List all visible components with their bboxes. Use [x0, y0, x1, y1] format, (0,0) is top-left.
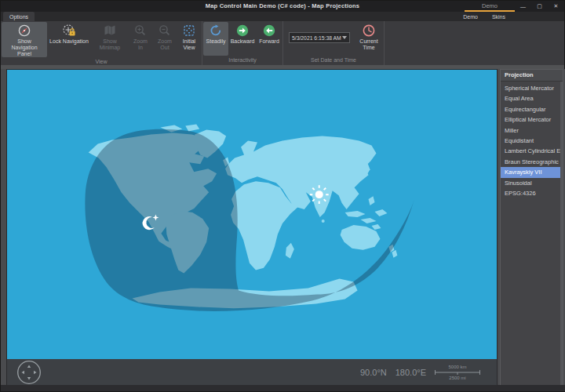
pan-navigation-control[interactable]	[16, 360, 42, 385]
projection-list-item[interactable]: Sinusoidal	[501, 178, 563, 188]
projection-list-item-selected[interactable]: Kavrayskiy VII	[501, 167, 563, 177]
island-sri-lanka	[322, 220, 325, 223]
window-bottom-edge	[1, 385, 565, 391]
button-label: Lock Navigation	[49, 38, 89, 45]
rotate-arrow-icon	[209, 24, 223, 38]
title-bar: Map Control Main Demo (C# code) - Map Pr…	[1, 1, 564, 12]
pan-down-arrow	[27, 377, 31, 380]
button-label: Show Navigation Panel	[4, 38, 45, 57]
button-label: Steadily	[206, 38, 226, 45]
tab-options[interactable]: Options	[3, 12, 35, 21]
steadily-button[interactable]: Steadily	[203, 22, 228, 56]
ribbon: Show Navigation Panel Lock Navigation	[1, 21, 564, 65]
latitude-readout: 90.0°N	[360, 368, 387, 377]
datetime-input[interactable]: 5/3/2021 6:15:38 AM	[289, 32, 350, 43]
longitude-readout: 180.0°E	[396, 368, 426, 377]
chevron-down-icon	[342, 36, 347, 39]
button-label: Backward	[231, 38, 255, 45]
initial-view-button[interactable]: Initial View	[177, 22, 201, 57]
projection-list-item[interactable]: Equidistant	[501, 136, 563, 146]
ribbon-group-interactivity: Steadily Backward Forw	[202, 21, 283, 65]
projection-list-item[interactable]: Elliptical Mercator	[501, 114, 563, 125]
backward-button[interactable]: Backward	[228, 22, 257, 56]
projection-list: Spherical Mercator Equal Area Equirectan…	[501, 82, 563, 198]
button-label: Current Time	[357, 38, 381, 51]
pan-left-arrow	[22, 371, 25, 374]
zoom-in-icon	[133, 24, 148, 38]
window-title: Map Control Main Demo (C# code) - Map Pr…	[1, 2, 564, 9]
projection-list-item[interactable]: Lambert Cylindrical Equal Area	[501, 146, 563, 156]
map-viewport[interactable]	[7, 70, 497, 359]
projection-list-item[interactable]: Spherical Mercator	[501, 83, 563, 93]
datetime-value: 5/3/2021 6:15:38 AM	[292, 35, 342, 41]
pan-right-arrow	[34, 371, 37, 374]
app-window: Map Control Main Demo (C# code) - Map Pr…	[0, 0, 565, 392]
projection-list-item[interactable]: EPSG:4326	[501, 188, 563, 198]
group-label-datetime: Set Date and Time	[283, 56, 384, 65]
map-footer: 90.0°N 180.0°E 5000 km 2500 mi	[7, 359, 497, 386]
lock-navigation-button[interactable]: Lock Navigation	[47, 22, 91, 57]
current-time-button[interactable]: Current Time	[355, 22, 383, 56]
projection-panel: Projection Spherical Mercator Equal Area…	[500, 69, 563, 387]
forward-button[interactable]: Forward	[257, 22, 282, 56]
compass-icon	[17, 24, 31, 38]
zoom-in-button: Zoom In	[129, 22, 152, 57]
scale-mi-label: 2500 mi	[449, 376, 465, 380]
scale-bar: 5000 km 2500 mi	[435, 365, 480, 380]
tab-skins[interactable]: Skins	[492, 14, 505, 21]
group-label-view: View	[1, 57, 202, 66]
ribbon-tab-row: Options Demo Skins	[1, 12, 564, 21]
projection-list-item[interactable]: Equirectangular	[501, 104, 563, 114]
panel-scrollbar[interactable]	[560, 82, 563, 386]
projection-list-item[interactable]: Braun Stereographic	[501, 157, 563, 167]
button-label: Zoom In	[131, 38, 150, 51]
lock-navigation-icon	[62, 24, 76, 38]
button-label: Zoom Out	[155, 38, 175, 51]
ribbon-group-datetime: 5/3/2021 6:15:38 AM Current Time Set Dat…	[283, 21, 385, 65]
button-label: Initial View	[180, 38, 199, 51]
initial-view-icon	[182, 24, 196, 38]
zoom-out-icon	[158, 24, 172, 38]
show-navigation-panel-button[interactable]: Show Navigation Panel	[2, 22, 47, 57]
projection-panel-title: Projection	[501, 70, 563, 82]
group-label-interactivity: Interactivity	[202, 56, 282, 65]
projection-list-item[interactable]: Miller	[501, 125, 563, 136]
minimap-icon	[103, 24, 117, 38]
projection-list-item[interactable]: Equal Area	[501, 93, 563, 103]
arrow-left-circle-icon	[262, 24, 276, 38]
map-control: 90.0°N 180.0°E 5000 km 2500 mi	[6, 69, 498, 387]
clock-icon	[362, 24, 376, 38]
ribbon-group-view: Show Navigation Panel Lock Navigation	[1, 21, 202, 65]
tab-demo[interactable]: Demo	[463, 14, 478, 21]
arrow-right-circle-icon	[235, 24, 250, 38]
zoom-out-button: Zoom Out	[152, 22, 177, 57]
show-minimap-button: Show Minimap	[91, 22, 129, 57]
main-area: 90.0°N 180.0°E 5000 km 2500 mi Projectio…	[1, 69, 565, 387]
scale-bar-ruler	[435, 369, 480, 376]
button-label: Forward	[259, 38, 279, 45]
button-label: Show Minimap	[93, 38, 126, 51]
pan-up-arrow	[27, 365, 31, 368]
